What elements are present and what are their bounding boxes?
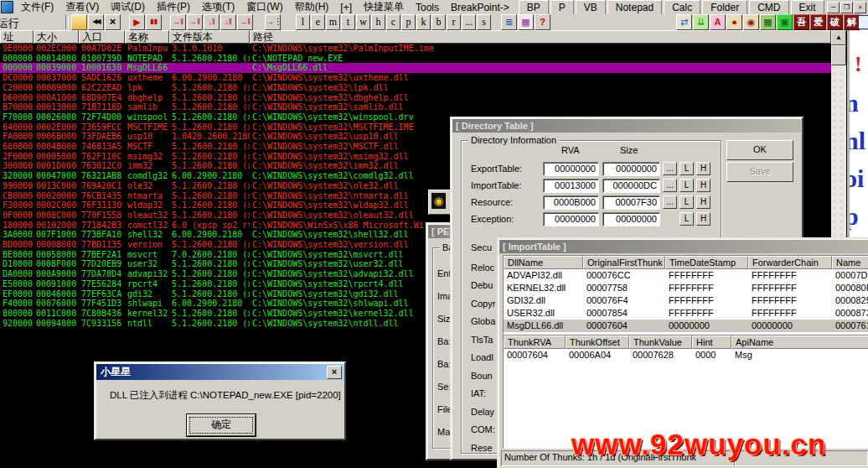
table-row[interactable]: 000000000140000100739DNOTEPAD_5.1.2600.2… — [0, 54, 831, 64]
thunk-row[interactable]: 0000760400006A04000076280000Msg — [504, 349, 868, 361]
letter-button-ddd[interactable]: ... — [462, 14, 476, 30]
list-icon[interactable]: ≣ — [501, 14, 517, 30]
letter-button-c[interactable]: c — [386, 14, 400, 30]
table-row[interactable]: B700000001300071B7118Dsamlib5.1.2600.218… — [0, 102, 831, 112]
confirm-button[interactable]: 确定 — [187, 414, 256, 436]
letter-button-w[interactable]: w — [356, 14, 370, 30]
l-button[interactable]: L — [679, 179, 694, 192]
letter-button-h[interactable]: h — [371, 14, 385, 30]
thunk-column-header[interactable]: ThunkOffset — [566, 335, 629, 349]
letter-button-e[interactable]: e — [311, 14, 325, 30]
close-icon[interactable]: × — [854, 2, 866, 13]
menu-button-cmd[interactable]: CMD — [749, 0, 788, 15]
pause-icon[interactable]: ▮▮ — [146, 14, 162, 30]
dll-column-header[interactable]: Name — [832, 256, 868, 269]
image-icon[interactable]: ▦ — [518, 14, 534, 30]
rva-field[interactable]: 00000000 — [543, 162, 599, 176]
thunk-column-header[interactable]: Hint — [692, 335, 731, 349]
menu-item-8[interactable]: 快捷菜单 — [358, 0, 410, 15]
open-file-icon[interactable] — [71, 14, 87, 30]
rva-field[interactable]: 00000000 — [543, 212, 599, 226]
dll-row[interactable]: MsgDLL66.dll0000760400000000000000000000… — [504, 320, 868, 332]
column-header-2[interactable]: 入口 — [79, 30, 125, 44]
step-icon-3[interactable]: ↓‖ — [220, 14, 236, 30]
rva-field[interactable]: 0000B000 — [543, 195, 599, 210]
letter-button-m[interactable]: m — [326, 14, 340, 30]
dots-button[interactable]: ... — [663, 162, 677, 175]
board-icon[interactable]: ▦ — [760, 14, 776, 30]
rewind-icon[interactable]: ◀◀ — [88, 14, 104, 30]
dots-button[interactable]: ... — [663, 195, 677, 209]
record-icon[interactable]: ● — [726, 14, 742, 30]
step-icon-1[interactable]: →‖ — [187, 14, 203, 30]
scroll-up-icon[interactable]: ▲ — [831, 30, 846, 45]
table-row[interactable]: D60000000A100068D907E4dbghelp5.1.2600.21… — [0, 93, 831, 103]
table-row[interactable]: 0000000003900010001630MsgDLL66C:\MsgDLL6… — [0, 63, 831, 73]
size-field[interactable]: 000000DC — [602, 179, 660, 193]
dll-row[interactable]: ADVAPI32.dll000076CCFFFFFFFFFFFFFFFF0000… — [504, 269, 868, 282]
letter-a-icon[interactable]: A — [710, 14, 726, 30]
column-header-4[interactable]: 文件版本 — [169, 30, 250, 44]
letter-button-p[interactable]: p — [401, 14, 416, 30]
help-icon[interactable]: ? — [535, 14, 550, 30]
size-field[interactable]: 00000000 — [602, 162, 660, 176]
dll-row[interactable]: KERNEL32.dll00007758FFFFFFFFFFFFFFFF0000… — [504, 282, 868, 294]
ok-button[interactable]: OK — [726, 140, 793, 160]
goto-icon[interactable]: →⋮ — [265, 14, 281, 30]
menu-button-bp[interactable]: BP — [519, 0, 549, 15]
import-titlebar[interactable]: [ ImportTable ] — [499, 240, 868, 253]
swap-icon[interactable]: ⇄ — [676, 14, 692, 30]
restore-icon[interactable]: ❒ — [840, 2, 853, 13]
menu-button-exit[interactable]: Exit — [791, 0, 824, 15]
menu-button-vb[interactable]: VB — [576, 0, 606, 15]
h-button[interactable]: H — [696, 179, 710, 192]
h-button[interactable]: H — [696, 195, 710, 209]
size-field[interactable]: 00000000 — [602, 212, 660, 226]
directory-titlebar[interactable]: [ Directory Table ] — [452, 119, 801, 133]
step-icon-0[interactable]: →‖ — [170, 14, 186, 30]
menu-item-3[interactable]: 插件(P) — [151, 0, 196, 15]
l-button[interactable]: L — [679, 162, 694, 175]
dll-row[interactable]: GDI32.dll000076F4FFFFFFFFFFFFFFFF0000825 — [504, 294, 868, 307]
menu-button-folder[interactable]: Folder — [702, 0, 747, 15]
menu-item-6[interactable]: 帮助(H) — [289, 0, 335, 15]
table-row[interactable]: 9E0000002EC00000A7D02EPalmInpu3.1.0.1010… — [0, 44, 831, 54]
letter-button-l[interactable]: l — [296, 14, 310, 30]
thunk-column-header[interactable]: ApiName — [731, 335, 868, 349]
dll-column-header[interactable]: ForwarderChain — [748, 256, 832, 269]
step-icon-4[interactable]: →‖ — [237, 14, 253, 30]
pojie-button-0[interactable]: 吾 — [793, 14, 809, 30]
letter-button-s[interactable]: s — [477, 14, 491, 30]
menu-item-1[interactable]: 查看(V) — [59, 0, 105, 15]
menu-item-9[interactable]: Tools — [410, 1, 445, 14]
rva-field[interactable]: 00013000 — [543, 179, 599, 193]
column-header-0[interactable]: 址 — [0, 30, 34, 44]
table-row[interactable]: DC0000000370005ADC1626uxtheme6.00.2900.2… — [0, 73, 831, 83]
dll-column-header[interactable]: DllName — [504, 256, 583, 269]
h-button[interactable]: H — [696, 162, 710, 175]
column-header-3[interactable]: 名称 — [125, 30, 169, 44]
menu-item-0[interactable]: 文件(F) — [15, 0, 59, 15]
close-icon[interactable]: × — [327, 366, 342, 379]
h-button[interactable]: H — [696, 212, 710, 226]
letter-button-k[interactable]: k — [416, 14, 431, 30]
stop-icon[interactable]: × — [105, 14, 121, 30]
menu-button-notepad[interactable]: Notepad — [607, 0, 662, 15]
column-header-1[interactable]: 大小 — [34, 30, 79, 44]
step-icon-2[interactable]: ↓‖ — [204, 14, 220, 30]
page-icon[interactable] — [858, 15, 868, 29]
table-row[interactable]: C200000000900062C22EADlpk5.1.2600.2180 (… — [0, 83, 831, 93]
menu-item-5[interactable]: 窗口(W) — [240, 0, 288, 15]
dll-row[interactable]: USER32.dll00007854FFFFFFFFFFFFFFFF000087… — [504, 307, 868, 320]
thunk-column-header[interactable]: ThunkRVA — [504, 335, 566, 349]
l-button[interactable]: L — [679, 212, 694, 226]
dll-column-header[interactable]: OriginalFirstThunk — [583, 256, 665, 269]
size-field[interactable]: 00007F30 — [602, 195, 660, 210]
pojie-button-1[interactable]: 爱 — [810, 14, 826, 30]
letter-button-r[interactable]: r — [447, 14, 461, 30]
message-box-titlebar[interactable]: 小星星 × — [96, 364, 344, 380]
menu-item-2[interactable]: 调试(D) — [105, 0, 151, 15]
pe-tool-icon-button[interactable]: ◉ — [428, 190, 451, 215]
menu-item-10[interactable]: BreakPoint-> — [445, 1, 515, 14]
l-button[interactable]: L — [679, 195, 694, 209]
